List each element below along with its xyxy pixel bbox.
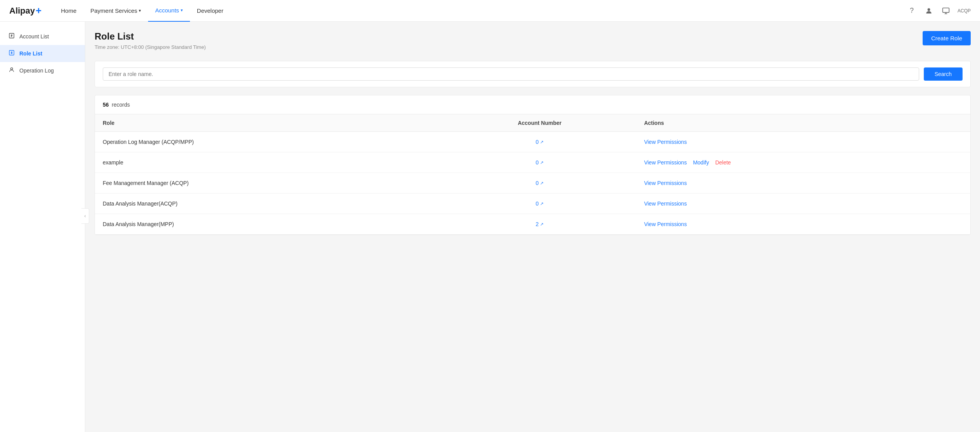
account-number-link[interactable]: 0 ↗ — [536, 180, 544, 186]
role-list-icon — [8, 50, 16, 57]
timezone-label: Time zone: UTC+8:00 (Singapore Standard … — [95, 44, 206, 50]
create-role-button[interactable]: Create Role — [923, 31, 971, 45]
role-table-area: 56 records Role Account Number Actions O… — [95, 95, 971, 235]
action-view-permissions[interactable]: View Permissions — [644, 200, 687, 207]
actions-cell: View Permissions — [636, 132, 970, 152]
table-row: Data Analysis Manager(ACQP)0 ↗View Permi… — [95, 194, 970, 214]
svg-point-0 — [928, 8, 930, 11]
logo[interactable]: Alipay + — [9, 5, 41, 17]
action-view-permissions[interactable]: View Permissions — [644, 139, 687, 145]
role-cell: Data Analysis Manager(MPP) — [95, 214, 443, 235]
table-row: Data Analysis Manager(MPP)2 ↗View Permis… — [95, 214, 970, 235]
account-number-cell: 0 ↗ — [443, 152, 637, 173]
account-number-cell: 0 ↗ — [443, 194, 637, 214]
nav-developer[interactable]: Developer — [190, 0, 230, 22]
help-icon[interactable]: ? — [906, 5, 917, 16]
main-content: Role List Time zone: UTC+8:00 (Singapore… — [85, 22, 980, 432]
count-number: 56 — [103, 102, 109, 108]
search-bar: Search — [95, 61, 971, 87]
account-number-link[interactable]: 0 ↗ — [536, 159, 544, 166]
nav-home-label: Home — [61, 7, 76, 14]
col-header-actions: Actions — [636, 114, 970, 132]
external-link-icon: ↗ — [540, 140, 543, 145]
nav-accounts-arrow: ▾ — [181, 8, 183, 13]
nav-developer-label: Developer — [197, 7, 223, 14]
actions-cell: View Permissions — [636, 173, 970, 194]
external-link-icon: ↗ — [540, 160, 543, 165]
user-account-label[interactable]: ACQP — [958, 8, 971, 14]
action-modify[interactable]: Modify — [693, 159, 709, 166]
external-link-icon: ↗ — [540, 201, 543, 206]
role-cell: Data Analysis Manager(ACQP) — [95, 194, 443, 214]
table-row: Fee Management Manager (ACQP)0 ↗View Per… — [95, 173, 970, 194]
account-number-link[interactable]: 0 ↗ — [536, 139, 544, 145]
role-cell: example — [95, 152, 443, 173]
records-count: 56 records — [95, 95, 970, 114]
account-number-cell: 0 ↗ — [443, 132, 637, 152]
nav-accounts-label: Accounts — [155, 7, 179, 14]
action-view-permissions[interactable]: View Permissions — [644, 221, 687, 227]
top-header: Alipay + Home Payment Services ▾ Account… — [0, 0, 980, 22]
records-label: records — [112, 102, 130, 108]
page-title: Role List — [95, 31, 206, 42]
sidebar-operation-log-label: Operation Log — [19, 67, 54, 74]
account-number-link[interactable]: 2 ↗ — [536, 221, 544, 227]
sidebar: Account List Role List Operation Log — [0, 22, 85, 432]
operation-log-icon — [8, 67, 16, 74]
user-profile-icon[interactable] — [923, 5, 934, 16]
nav-payment-services-arrow: ▾ — [139, 8, 141, 13]
monitor-icon[interactable] — [940, 5, 951, 16]
external-link-icon: ↗ — [540, 222, 543, 227]
sidebar-item-role-list[interactable]: Role List — [0, 45, 85, 62]
logo-plus: + — [36, 5, 41, 17]
actions-cell: View Permissions — [636, 194, 970, 214]
page-layout: Account List Role List Operation Log ‹ R… — [0, 22, 980, 432]
sidebar-account-list-label: Account List — [19, 33, 49, 40]
page-title-section: Role List Time zone: UTC+8:00 (Singapore… — [95, 31, 206, 58]
action-view-permissions[interactable]: View Permissions — [644, 180, 687, 186]
external-link-icon: ↗ — [540, 181, 543, 186]
logo-text: Alipay — [9, 6, 35, 16]
account-number-link[interactable]: 0 ↗ — [536, 200, 544, 207]
col-header-account-number: Account Number — [443, 114, 637, 132]
sidebar-role-list-label: Role List — [19, 50, 42, 57]
sidebar-collapse-button[interactable]: ‹ — [81, 208, 89, 224]
nav-home[interactable]: Home — [54, 0, 83, 22]
table-row: example0 ↗View PermissionsModifyDelete — [95, 152, 970, 173]
main-nav: Home Payment Services ▾ Accounts ▾ Devel… — [54, 0, 906, 22]
account-list-icon — [8, 33, 16, 40]
search-input[interactable] — [103, 67, 919, 81]
nav-accounts[interactable]: Accounts ▾ — [148, 0, 190, 22]
account-number-cell: 0 ↗ — [443, 173, 637, 194]
actions-cell: View PermissionsModifyDelete — [636, 152, 970, 173]
table-row: Operation Log Manager (ACQP/MPP)0 ↗View … — [95, 132, 970, 152]
sidebar-item-account-list[interactable]: Account List — [0, 28, 85, 45]
account-number-cell: 2 ↗ — [443, 214, 637, 235]
actions-cell: View Permissions — [636, 214, 970, 235]
nav-payment-services[interactable]: Payment Services ▾ — [83, 0, 148, 22]
table-header-row: Role Account Number Actions — [95, 114, 970, 132]
svg-point-4 — [10, 68, 12, 70]
role-cell: Fee Management Manager (ACQP) — [95, 173, 443, 194]
sidebar-item-operation-log[interactable]: Operation Log — [0, 62, 85, 79]
role-cell: Operation Log Manager (ACQP/MPP) — [95, 132, 443, 152]
action-view-permissions[interactable]: View Permissions — [644, 159, 687, 166]
nav-payment-services-label: Payment Services — [90, 7, 137, 14]
role-table: Role Account Number Actions Operation Lo… — [95, 114, 970, 235]
page-header: Role List Time zone: UTC+8:00 (Singapore… — [95, 31, 971, 58]
acqp-label: ACQP — [958, 8, 971, 14]
search-button[interactable]: Search — [924, 67, 963, 81]
svg-rect-1 — [943, 8, 949, 12]
header-right: ? ACQP — [906, 5, 971, 16]
col-header-role: Role — [95, 114, 443, 132]
action-delete[interactable]: Delete — [715, 159, 731, 166]
